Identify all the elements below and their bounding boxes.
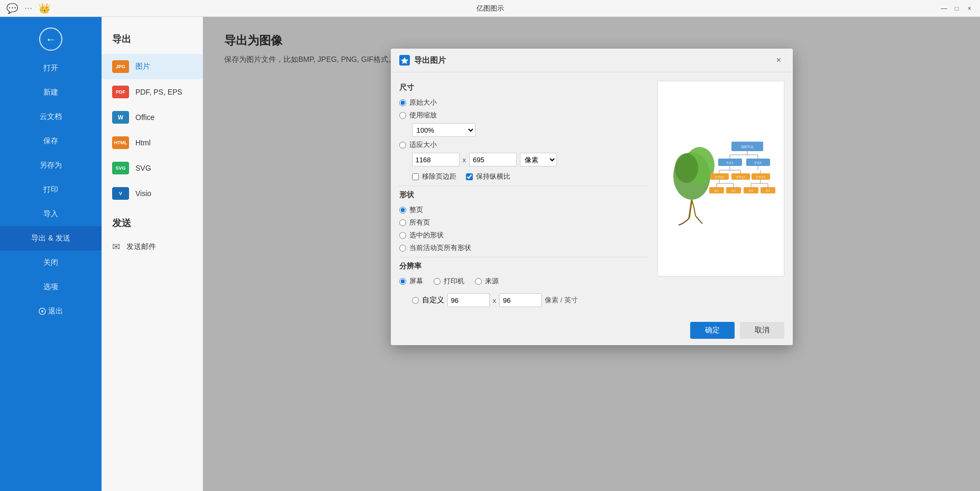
office-icon: W [112,111,129,124]
original-size-radio[interactable] [399,99,406,106]
shape-allpages-option[interactable]: 所有页 [399,218,649,227]
shape-section-label: 形状 [399,190,649,200]
original-size-label: 原始大小 [409,98,437,107]
svg-marker-3 [401,57,408,64]
divider-1 [399,186,649,186]
shape-selected-option[interactable]: 选中的形状 [399,230,649,240]
svg-text:子节点3: 子节点3 [756,175,765,179]
resolution-printer-radio[interactable] [434,278,441,285]
preview-box: 顶部节点 节点A 节点B [657,81,784,276]
visio-icon: V [112,187,129,200]
sidebar-item-print[interactable]: 打印 [0,178,102,202]
svg-text:子节点1: 子节点1 [715,175,724,179]
resolution-x-input[interactable] [447,293,490,307]
resolution-unit-label: 像素 / 英寸 [545,295,578,305]
shape-fullpage-option[interactable]: 整页 [399,205,649,215]
sidebar-item-import[interactable]: 导入 [0,202,102,226]
sidebar-item-cloud[interactable]: 云文档 [0,105,102,129]
checkbox-row: 移除页边距 保持纵横比 [412,172,649,181]
unit-select[interactable]: 像素 英寸 毫米 [520,153,557,166]
sidebar-item-open[interactable]: 打开 [0,56,102,80]
crown-icon[interactable]: 👑 [39,3,50,14]
export-section-title: 导出 [102,27,203,54]
svg-text:顶部节点: 顶部节点 [741,145,754,149]
titlebar-right-icons: 💬 ··· 👑 [6,3,50,14]
app-body: ← 打开 新建 云文档 保存 另存为 打印 导入 导出 & 发送 关闭 选项 退… [0,17,980,491]
scale-size-option[interactable]: 使用缩放 [399,110,649,120]
logout-icon [39,308,46,315]
scale-size-radio[interactable] [399,112,406,119]
modal-right-panel: 顶部节点 节点A 节点B [657,81,784,307]
scale-select[interactable]: 100% 50% 75% 150% 200% [412,123,475,137]
back-circle-icon: ← [39,27,62,51]
menu-item-svg[interactable]: SVG SVG [102,155,203,181]
chat-icon[interactable]: 💬 [6,3,18,14]
scale-row: 100% 50% 75% 150% 200% [412,123,649,137]
pdf-icon: PDF [112,86,129,98]
menu-item-office[interactable]: W Office [102,105,203,130]
shape-fullpage-radio[interactable] [399,207,406,214]
resolution-printer-option[interactable]: 打印机 [434,276,464,286]
titlebar-title: 亿图图示 [477,4,504,13]
titlebar: 亿图图示 💬 ··· 👑 — □ × [0,0,980,17]
menu-item-visio[interactable]: V Visio [102,181,203,206]
resolution-x-separator: x [493,297,497,304]
svg-text:节点B: 节点B [754,161,762,164]
back-button[interactable]: ← [0,17,102,56]
sidebar-item-export[interactable]: 导出 & 发送 [0,226,102,251]
remove-margin-label[interactable]: 移除页边距 [412,172,456,181]
minimize-button[interactable]: — [940,4,948,13]
export-content: 导出为图像 保存为图片文件，比如BMP, JPEG, PNG, GIF格式。 导… [203,17,980,491]
send-section-title: 发送 [102,206,203,235]
keep-ratio-label[interactable]: 保持纵横比 [466,172,510,181]
dialog-close-button[interactable]: × [774,55,784,66]
size-section-label: 尺寸 [399,83,649,92]
remove-margin-checkbox[interactable] [412,173,419,180]
size-x-separator: x [463,156,466,164]
shape-selected-radio[interactable] [399,232,406,239]
preview-image: 顶部节点 节点A 节点B [663,126,779,231]
svg-rect-2 [41,310,43,312]
modal-left-panel: 尺寸 原始大小 使用缩放 100% [399,81,649,307]
height-input[interactable] [469,153,517,166]
resolution-y-input[interactable] [499,293,542,307]
resolution-row: 屏幕 打印机 来源 [399,276,649,289]
shape-allpages-radio[interactable] [399,219,406,226]
fit-size-radio[interactable] [399,142,406,149]
width-input[interactable] [412,153,460,166]
fit-size-option[interactable]: 适应大小 [399,140,649,150]
fit-size-label: 适应大小 [409,140,437,150]
menu-item-html[interactable]: HTML Html [102,130,203,155]
resolution-source-option[interactable]: 来源 [475,276,499,286]
modal-header: 导出图片 × [391,49,793,72]
resolution-printer-label: 打印机 [444,276,464,286]
resolution-screen-option[interactable]: 屏幕 [399,276,423,286]
maximize-button[interactable]: □ [952,4,961,13]
menu-item-pdf[interactable]: PDF PDF, PS, EPS [102,79,203,105]
resolution-source-radio[interactable] [475,278,482,285]
more-icon[interactable]: ··· [24,3,32,14]
menu-item-image[interactable]: JPG 图片 [102,54,203,79]
cancel-button[interactable]: 取消 [740,322,784,339]
html-icon: HTML [112,136,129,149]
dialog-title: 导出图片 [414,55,770,66]
resolution-custom-radio[interactable] [412,297,419,304]
sidebar-item-options[interactable]: 选项 [0,275,102,299]
keep-ratio-checkbox[interactable] [466,173,473,180]
export-menu: 导出 JPG 图片 PDF PDF, PS, EPS W Office HTML… [102,17,203,491]
resolution-screen-radio[interactable] [399,278,406,285]
original-size-option[interactable]: 原始大小 [399,98,649,107]
sidebar-item-close[interactable]: 关闭 [0,251,102,275]
sidebar-item-save[interactable]: 保存 [0,129,102,153]
sidebar-item-logout[interactable]: 退出 [0,299,102,323]
sidebar-item-saveas[interactable]: 另存为 [0,153,102,178]
dialog-icon [399,55,410,66]
close-button[interactable]: × [965,4,974,13]
shape-activepage-radio[interactable] [399,245,406,252]
shape-activepage-option[interactable]: 当前活动页所有形状 [399,243,649,253]
svg-point-6 [675,153,698,183]
sidebar-item-new[interactable]: 新建 [0,80,102,105]
menu-item-email[interactable]: ✉ 发送邮件 [102,235,203,259]
resolution-source-label: 来源 [485,276,499,286]
confirm-button[interactable]: 确定 [690,322,735,339]
